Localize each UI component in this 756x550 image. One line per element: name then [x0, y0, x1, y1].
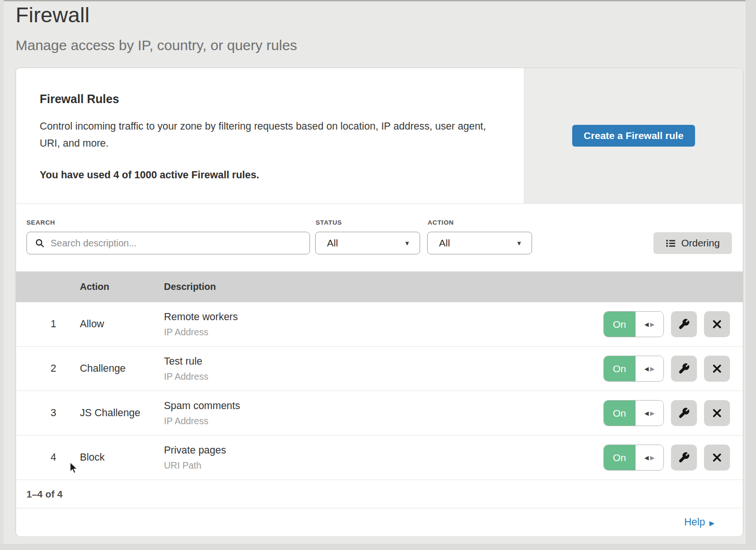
delete-rule-button[interactable] [704, 445, 730, 471]
ordering-button-label: Ordering [681, 237, 720, 249]
edit-rule-button[interactable] [671, 311, 697, 337]
intro-section: Firewall Rules Control incoming traffic … [16, 68, 743, 204]
close-icon [712, 319, 722, 330]
wrench-icon [678, 407, 690, 419]
edit-rule-button[interactable] [671, 356, 697, 382]
rule-toggle[interactable]: On ◀▶ [603, 311, 664, 337]
intro-text-panel: Firewall Rules Control incoming traffic … [16, 68, 524, 203]
search-box[interactable] [26, 232, 310, 254]
delete-rule-button[interactable] [704, 356, 730, 382]
description-column-header: Description [164, 281, 730, 292]
table-row: 3 JS Challenge Spam comments IP Address … [16, 391, 743, 436]
toggle-handle[interactable]: ◀▶ [635, 356, 663, 381]
wrench-icon [678, 452, 690, 463]
delete-rule-button[interactable] [704, 400, 730, 426]
left-right-arrows-icon: ◀ [644, 455, 649, 461]
action-select[interactable]: All ▼ [427, 232, 532, 254]
action-label: ACTION [428, 219, 454, 226]
table-row: 1 Allow Remote workers IP Address On ◀▶ [16, 302, 743, 347]
toggle-on-label: On [604, 356, 635, 381]
rule-toggle[interactable]: On ◀▶ [603, 400, 664, 426]
left-right-arrows-icon: ◀ [644, 366, 649, 372]
panel-description: Control incoming traffic to your zone by… [40, 118, 489, 152]
ordering-button[interactable]: Ordering [653, 232, 732, 254]
rule-match-type: URI Path [164, 460, 603, 471]
rule-priority: 1 [16, 318, 56, 330]
help-link-label: Help [684, 516, 705, 528]
status-select-value: All [316, 237, 338, 249]
firewall-rules-card: Firewall Rules Control incoming traffic … [16, 68, 743, 536]
toggle-on-label: On [604, 401, 635, 426]
rule-priority: 4 [16, 452, 56, 463]
status-select[interactable]: All ▼ [315, 232, 420, 254]
create-rule-panel: Create a Firewall rule [524, 68, 743, 203]
rule-toggle[interactable]: On ◀▶ [603, 445, 664, 471]
page-subtitle: Manage access by IP, country, or query r… [16, 37, 297, 53]
action-select-value: All [428, 237, 450, 249]
rule-match-type: IP Address [164, 416, 603, 427]
rule-description: Remote workers [164, 311, 603, 323]
toggle-handle[interactable]: ◀▶ [635, 312, 663, 337]
close-icon [712, 452, 722, 463]
window-edge-right [746, 0, 756, 550]
pagination-bar: 1–4 of 4 [16, 480, 743, 508]
rule-description: Spam comments [164, 400, 603, 412]
toggle-handle[interactable]: ◀▶ [635, 445, 663, 470]
toggle-on-label: On [604, 445, 635, 470]
action-column-header: Action [80, 281, 164, 292]
table-header: Action Description [16, 271, 743, 302]
rule-action: Block [80, 452, 164, 463]
search-input[interactable] [45, 238, 309, 249]
rule-description: Test rule [164, 356, 603, 367]
search-label: SEARCH [26, 219, 55, 226]
firewall-page: Firewall Manage access by IP, country, o… [0, 0, 756, 550]
rule-match-type: IP Address [164, 327, 603, 338]
ordering-list-icon [666, 238, 676, 248]
panel-heading: Firewall Rules [40, 92, 496, 106]
help-link[interactable]: Help ▶ [684, 516, 714, 528]
left-right-arrows-icon: ◀ [644, 322, 649, 327]
window-edge-top [0, 0, 756, 2]
pagination-range: 1–4 of 4 [26, 489, 62, 500]
chevron-down-icon: ▼ [516, 240, 522, 247]
toggle-on-label: On [604, 312, 635, 337]
rule-action: Challenge [80, 363, 164, 375]
usage-summary: You have used 4 of 1000 active Firewall … [40, 169, 496, 181]
rule-action: Allow [80, 318, 164, 330]
table-row: 2 Challenge Test rule IP Address On ◀▶ [16, 347, 743, 391]
rule-toggle[interactable]: On ◀▶ [603, 356, 664, 382]
rule-priority: 3 [16, 407, 56, 419]
rule-priority: 2 [16, 363, 56, 375]
left-right-arrows-icon: ◀ [644, 410, 649, 416]
arrow-right-icon: ▶ [709, 518, 714, 527]
close-icon [712, 408, 722, 419]
status-label: STATUS [316, 219, 342, 226]
rule-description: Private pages [164, 445, 603, 456]
edit-rule-button[interactable] [671, 400, 697, 426]
table-row: 4 Block Private pages URI Path On ◀▶ [16, 436, 743, 480]
rule-action: JS Challenge [80, 407, 164, 419]
create-firewall-rule-button[interactable]: Create a Firewall rule [572, 125, 695, 147]
search-icon [34, 238, 45, 248]
window-edge-left [0, 0, 4, 550]
toggle-handle[interactable]: ◀▶ [635, 401, 663, 426]
wrench-icon [678, 318, 690, 330]
filter-bar: SEARCH STATUS All ▼ ACTION All ▼ [16, 204, 743, 271]
page-title: Firewall [16, 3, 90, 27]
rule-match-type: IP Address [164, 371, 603, 382]
window-edge-bottom [0, 544, 756, 550]
chevron-down-icon: ▼ [404, 240, 410, 247]
wrench-icon [678, 363, 690, 375]
close-icon [712, 363, 722, 374]
edit-rule-button[interactable] [671, 445, 697, 471]
help-bar: Help ▶ [16, 508, 743, 536]
delete-rule-button[interactable] [704, 311, 730, 337]
